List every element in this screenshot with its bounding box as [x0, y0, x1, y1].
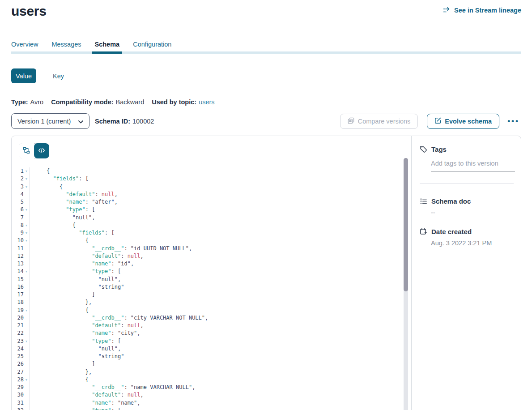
schema-doc-value: --	[431, 209, 514, 216]
more-options-button[interactable]: •••	[506, 114, 521, 129]
fold-toggle-icon[interactable]: ▾	[24, 206, 29, 214]
line-number: 7	[12, 214, 24, 222]
tab-overview[interactable]: Overview	[9, 40, 41, 54]
code-line: 3▾ {	[12, 183, 405, 191]
fold-toggle-icon	[24, 314, 29, 322]
schema-code[interactable]: 1▾{2▾ "fields": [3▾ {4 "default": null,5…	[12, 167, 405, 410]
fold-toggle-icon	[24, 198, 29, 206]
fold-toggle-icon	[24, 360, 29, 368]
code-line: 1▾{	[12, 167, 405, 175]
fold-toggle-icon	[24, 214, 29, 222]
code-line: 7 "null",	[12, 214, 405, 222]
fold-toggle-icon	[24, 299, 29, 306]
fold-toggle-icon[interactable]: ▾	[24, 307, 29, 314]
line-number: 17	[12, 291, 24, 299]
line-number: 4	[12, 191, 24, 198]
fold-toggle-icon[interactable]: ▾	[24, 376, 29, 384]
fold-toggle-icon[interactable]: ▾	[24, 407, 29, 410]
value-key-toggle: Value Key	[11, 68, 64, 83]
schema-id: Schema ID:100002	[95, 118, 154, 125]
value-tab-button[interactable]: Value	[11, 68, 36, 83]
code-line: 30 "default": null,	[12, 391, 405, 399]
chevron-down-icon	[78, 118, 83, 125]
fold-toggle-icon[interactable]: ▾	[24, 337, 29, 345]
fold-toggle-icon[interactable]: ▾	[24, 268, 29, 275]
version-toolbar: Version 1 (current) Schema ID:100002 Com…	[11, 113, 521, 129]
code-line: 18 },	[12, 299, 405, 306]
compatibility-mode: Compatibility mode: Backward	[51, 98, 144, 106]
key-tab-button[interactable]: Key	[53, 73, 64, 80]
fold-toggle-icon	[24, 245, 29, 252]
line-number: 26	[12, 360, 24, 368]
line-number: 25	[12, 353, 24, 360]
line-number: 10	[12, 237, 24, 244]
code-line: 27 },	[12, 368, 405, 376]
fold-toggle-icon	[24, 399, 29, 407]
compare-versions-button[interactable]: Compare versions	[340, 114, 418, 129]
stream-lineage-link[interactable]: See in Stream lineage	[443, 7, 521, 14]
code-line: 14▾ "type": [	[12, 268, 405, 275]
line-number: 29	[12, 384, 24, 391]
code-line: 4 "default": null,	[12, 191, 405, 198]
version-dropdown[interactable]: Version 1 (current)	[11, 113, 89, 129]
line-number: 16	[12, 283, 24, 291]
line-number: 20	[12, 314, 24, 322]
fold-toggle-icon[interactable]: ▾	[24, 183, 29, 191]
code-line: 22 "name": "city",	[12, 329, 405, 337]
stream-lineage-icon	[443, 7, 451, 14]
code-line: 15 "null",	[12, 276, 405, 283]
line-number: 14	[12, 268, 24, 275]
code-line: 29 "__crdb__": "name VARCHAR NULL",	[12, 384, 405, 391]
code-line: 6▾ "type": [	[12, 206, 405, 214]
fold-toggle-icon	[24, 384, 29, 391]
code-line: 5 "name": "after",	[12, 198, 405, 206]
tab-messages[interactable]: Messages	[49, 40, 84, 54]
line-number: 31	[12, 399, 24, 407]
editor-view-toggle	[19, 143, 49, 158]
toolbar-buttons: Compare versions Evolve schema •••	[340, 114, 521, 129]
date-created-value: Aug. 3 2022 3:21 PM	[431, 239, 514, 247]
line-number: 9	[12, 229, 24, 237]
line-number: 18	[12, 299, 24, 306]
add-tags-input[interactable]	[431, 159, 515, 171]
code-view-button[interactable]	[34, 143, 49, 158]
tab-configuration[interactable]: Configuration	[130, 40, 174, 54]
editor-scrollbar[interactable]	[404, 158, 408, 410]
tab-schema[interactable]: Schema	[92, 40, 123, 54]
line-number: 23	[12, 337, 24, 345]
schema-doc-heading: Schema doc	[420, 197, 514, 205]
line-number: 8	[12, 222, 24, 229]
line-number: 2	[12, 175, 24, 183]
sidebar-divider	[420, 183, 514, 184]
topic-link[interactable]: users	[199, 98, 214, 106]
line-number: 3	[12, 183, 24, 191]
code-line: 8▾ {	[12, 222, 405, 229]
line-number: 27	[12, 368, 24, 376]
line-number: 21	[12, 322, 24, 329]
fold-toggle-icon[interactable]: ▾	[24, 167, 29, 175]
code-line: 11 "__crdb__": "id UUID NOT NULL",	[12, 245, 405, 252]
code-line: 20 "__crdb__": "city VARCHAR NOT NULL",	[12, 314, 405, 322]
line-number: 5	[12, 198, 24, 206]
evolve-schema-button[interactable]: Evolve schema	[427, 114, 499, 129]
tab-bar: OverviewMessagesSchemaConfiguration	[9, 40, 174, 54]
code-line: 28▾ {	[12, 376, 405, 384]
line-number: 12	[12, 252, 24, 260]
fold-toggle-icon[interactable]: ▾	[24, 229, 29, 237]
fold-toggle-icon	[24, 260, 29, 268]
code-line: 24 "null",	[12, 345, 405, 353]
fold-toggle-icon	[24, 322, 29, 329]
tree-view-button[interactable]	[19, 143, 34, 158]
stream-lineage-label: See in Stream lineage	[454, 7, 521, 14]
code-line: 31 "name": "name",	[12, 399, 405, 407]
fold-toggle-icon	[24, 283, 29, 291]
tree-icon	[23, 147, 30, 155]
fold-toggle-icon[interactable]: ▾	[24, 222, 29, 229]
editor-scrollbar-thumb[interactable]	[404, 158, 408, 291]
code-line: 25 "string"	[12, 353, 405, 360]
fold-toggle-icon[interactable]: ▾	[24, 175, 29, 183]
fold-toggle-icon[interactable]: ▾	[24, 237, 29, 244]
schema-editor: 1▾{2▾ "fields": [3▾ {4 "default": null,5…	[12, 136, 411, 410]
fold-toggle-icon	[24, 353, 29, 360]
code-line: 19▾ {	[12, 307, 405, 314]
